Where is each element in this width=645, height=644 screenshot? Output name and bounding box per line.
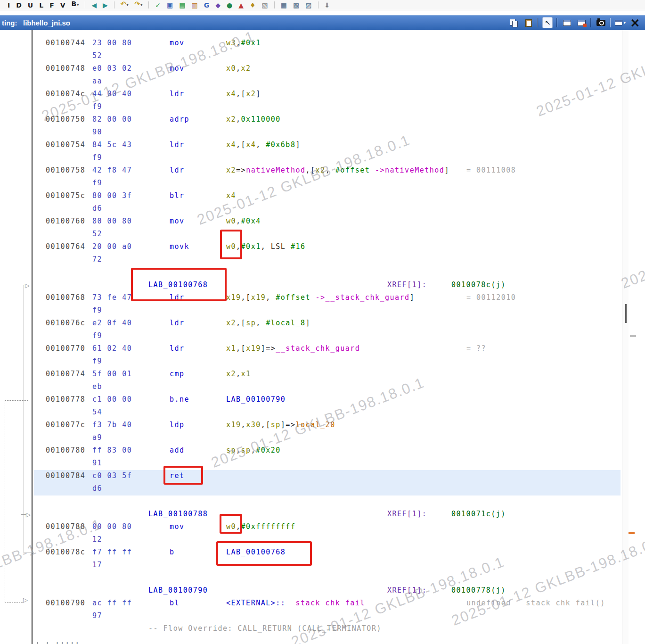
bytes[interactable]: 42 f8 47 bbox=[92, 166, 132, 174]
operand-token[interactable]: __stack_chk_fail bbox=[286, 599, 365, 607]
ellipsis-text[interactable]: . . ..... bbox=[35, 637, 80, 644]
bytes[interactable]: 44 00 40 bbox=[92, 90, 132, 98]
bytes-wrapped[interactable]: f9 bbox=[92, 331, 102, 340]
xref-address[interactable]: 0010078c(j) bbox=[451, 281, 506, 289]
listing-row-00100784[interactable]: 00100784c0 03 5fretd6 bbox=[0, 470, 645, 495]
tool-l-icon[interactable]: L bbox=[39, 1, 43, 9]
operand-token[interactable]: , bbox=[236, 39, 241, 47]
tool-i-icon[interactable]: I bbox=[8, 1, 10, 9]
listing-row-00100768[interactable]: 0010076873 fe 47ldrx19,[x19, #offset ->_… bbox=[0, 292, 645, 317]
bytes-wrapped[interactable]: aa bbox=[92, 77, 102, 85]
mnemonic[interactable]: ldr bbox=[170, 319, 185, 327]
console-icon[interactable]: ▧ bbox=[262, 1, 268, 9]
bytes-wrapped[interactable]: f9 bbox=[92, 357, 102, 365]
data-types-icon[interactable]: ● bbox=[227, 1, 232, 9]
operand-token[interactable]: ] bbox=[410, 293, 415, 302]
operand-token[interactable]: sp bbox=[226, 446, 236, 454]
operand-token[interactable]: w0 bbox=[226, 242, 236, 251]
operand-token[interactable]: , bbox=[256, 140, 266, 149]
operand-token[interactable]: #0xffffffff bbox=[241, 522, 296, 531]
operand-token[interactable]: x2 bbox=[226, 115, 236, 124]
mnemonic[interactable]: b.ne bbox=[170, 395, 189, 404]
eol-comment[interactable]: = ?? bbox=[466, 344, 486, 353]
operands[interactable]: x2=>nativeMethod,[x2, #offset ->nativeMe… bbox=[226, 166, 449, 174]
operand-token[interactable]: LAB_00100768 bbox=[226, 548, 286, 556]
operand-token[interactable]: #0x20 bbox=[256, 446, 281, 454]
bytes[interactable]: 84 5c 43 bbox=[92, 140, 132, 149]
operand-token[interactable]: ,[ bbox=[241, 293, 251, 302]
xref-address[interactable]: 0010071c(j) bbox=[451, 510, 506, 518]
bytes-wrapped[interactable]: eb bbox=[92, 382, 102, 391]
xref-address[interactable]: 00100778(j) bbox=[451, 586, 506, 594]
operand-token[interactable]: , LSL bbox=[261, 242, 291, 251]
register-manager-icon[interactable]: ♦ bbox=[250, 1, 256, 9]
operands[interactable]: LAB_00100768 bbox=[226, 548, 286, 556]
mnemonic[interactable]: b bbox=[170, 548, 175, 556]
bytes-wrapped[interactable]: 90 bbox=[92, 128, 102, 136]
address[interactable]: 00100764 bbox=[46, 242, 85, 251]
operand-token[interactable]: x2 bbox=[226, 370, 236, 378]
listing-row-00100744[interactable]: 0010074423 00 80movw3,#0x152 bbox=[0, 37, 645, 63]
bytes-wrapped[interactable]: 17 bbox=[92, 561, 102, 569]
operand-token[interactable]: x1 bbox=[241, 370, 251, 378]
bytes-wrapped[interactable]: 72 bbox=[92, 255, 102, 264]
listing-row-00100770[interactable]: 0010077061 02 40ldrx1,[x19]=>__stack_chk… bbox=[0, 343, 645, 368]
mnemonic[interactable]: movk bbox=[170, 242, 189, 251]
operand-token[interactable]: ]=> bbox=[261, 344, 276, 353]
eol-comment[interactable]: = 00112010 bbox=[466, 293, 516, 302]
operand-token[interactable]: LAB_00100790 bbox=[226, 395, 286, 404]
bytes-wrapped[interactable]: d6 bbox=[92, 484, 102, 493]
listing-row-0010076c[interactable]: 0010076ce2 0f 40ldrx2,[sp, #local_8]f9 bbox=[0, 317, 645, 343]
operands[interactable]: x19,[x19, #offset ->__stack_chk_guard] bbox=[226, 293, 415, 302]
undo-icon[interactable]: ↶▾ bbox=[121, 0, 129, 9]
mnemonic[interactable]: mov bbox=[170, 64, 185, 73]
operand-token[interactable]: local_20 bbox=[295, 421, 335, 429]
navigate-back-icon[interactable]: ◀ bbox=[91, 1, 97, 9]
eol-comment[interactable]: undefined __stack_chk_fail() bbox=[466, 599, 605, 607]
operand-token[interactable]: x19 bbox=[251, 293, 266, 302]
window-options-icon[interactable]: ▾ bbox=[615, 17, 626, 28]
operand-token[interactable]: x19 bbox=[226, 421, 241, 429]
listing-row-00100758[interactable]: 0010075842 f8 47ldrx2=>nativeMethod,[x2,… bbox=[0, 165, 645, 190]
operand-token[interactable]: x2 bbox=[316, 166, 326, 174]
script-manager-icon[interactable]: ▤ bbox=[179, 1, 185, 9]
bytes[interactable]: 61 02 40 bbox=[92, 344, 132, 353]
operands[interactable]: x0,x2 bbox=[226, 64, 251, 73]
code-label[interactable]: LAB_00100790 bbox=[148, 586, 208, 594]
address[interactable]: 00100750 bbox=[46, 115, 85, 124]
listing-row-label-LAB_00100768[interactable]: LAB_00100768XREF[1]:0010078c(j) bbox=[0, 279, 645, 292]
bytes[interactable]: f7 ff ff bbox=[92, 548, 132, 556]
address[interactable]: 00100778 bbox=[46, 395, 85, 404]
operand-token[interactable]: #offset bbox=[335, 166, 370, 174]
address[interactable]: 00100788 bbox=[46, 522, 85, 531]
listing-row-00100754[interactable]: 0010075484 5c 43ldrx4,[x4, #0x6b8]f9 bbox=[0, 139, 645, 165]
operand-token[interactable]: , bbox=[266, 293, 276, 302]
jump-to-icon[interactable]: ⇓ bbox=[325, 1, 330, 9]
bytes[interactable]: c0 03 5f bbox=[92, 471, 132, 480]
operand-token[interactable]: ] bbox=[295, 140, 301, 149]
mnemonic[interactable]: ldr bbox=[170, 293, 185, 302]
operand-token[interactable]: x19 bbox=[246, 344, 261, 353]
address[interactable]: 00100748 bbox=[46, 64, 85, 73]
address[interactable]: 0010078c bbox=[46, 548, 85, 556]
table-view-2-icon[interactable]: ▩ bbox=[293, 1, 299, 9]
operand-token[interactable]: , bbox=[236, 370, 241, 378]
camera-snapshot-icon[interactable] bbox=[596, 17, 606, 28]
listing-row-0010074c[interactable]: 0010074c44 00 40ldrx4,[x2]f9 bbox=[0, 88, 645, 114]
operand-token[interactable]: , bbox=[241, 421, 246, 429]
xref-header[interactable]: XREF[1]: bbox=[387, 281, 427, 289]
table-view-3-icon[interactable]: ▨ bbox=[305, 1, 311, 9]
listing-row-00100774[interactable]: 001007745f 00 01cmpx2,x1eb bbox=[0, 368, 645, 394]
operands[interactable]: <EXTERNAL>::__stack_chk_fail bbox=[226, 599, 365, 607]
operand-token[interactable]: w0 bbox=[226, 522, 236, 531]
listing-row-00100750[interactable]: 0010075082 00 00adrpx2,0x11000090 bbox=[0, 114, 645, 139]
listing-row-0010077c[interactable]: 0010077cf3 7b 40ldpx19,x30,[sp]=>local_2… bbox=[0, 419, 645, 445]
operand-token[interactable]: , bbox=[326, 166, 335, 174]
listing-row-00100780[interactable]: 00100780ff 83 00addsp,sp,#0x2091 bbox=[0, 445, 645, 470]
bytes[interactable]: 82 00 00 bbox=[92, 115, 132, 124]
operand-token[interactable]: , bbox=[236, 522, 241, 531]
bytes[interactable]: ac ff ff bbox=[92, 599, 132, 607]
operand-token[interactable]: __stack_chk_guard bbox=[276, 344, 360, 353]
mnemonic[interactable]: cmp bbox=[170, 370, 185, 378]
operand-token[interactable]: 0x110000 bbox=[241, 115, 281, 124]
